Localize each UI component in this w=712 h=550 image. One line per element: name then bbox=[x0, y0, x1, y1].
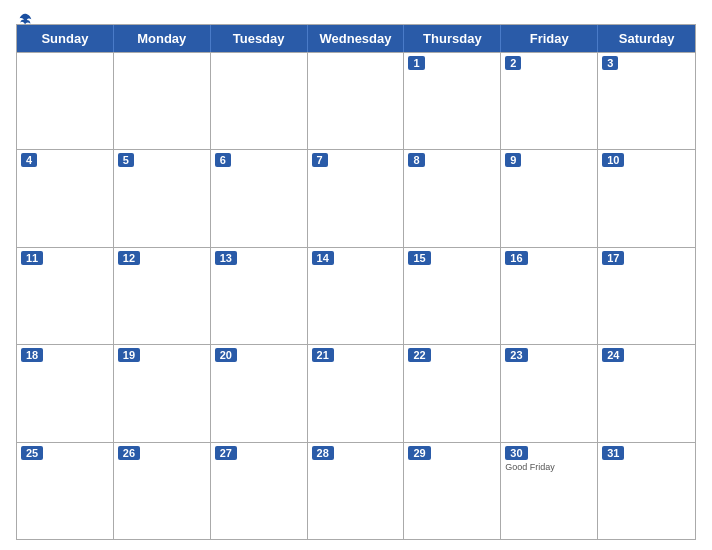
weekday-header-row: SundayMondayTuesdayWednesdayThursdayFrid… bbox=[17, 25, 695, 52]
day-number: 10 bbox=[602, 153, 624, 167]
calendar-cell bbox=[211, 53, 308, 149]
day-number: 28 bbox=[312, 446, 334, 460]
day-number: 4 bbox=[21, 153, 37, 167]
calendar-header bbox=[16, 10, 696, 18]
day-number: 25 bbox=[21, 446, 43, 460]
day-number: 12 bbox=[118, 251, 140, 265]
calendar-cell: 24 bbox=[598, 345, 695, 441]
calendar-cell: 27 bbox=[211, 443, 308, 539]
weekday-header-wednesday: Wednesday bbox=[308, 25, 405, 52]
calendar-week-5: 252627282930Good Friday31 bbox=[17, 442, 695, 539]
calendar-week-4: 18192021222324 bbox=[17, 344, 695, 441]
day-number: 14 bbox=[312, 251, 334, 265]
calendar-cell: 6 bbox=[211, 150, 308, 246]
calendar-cell: 7 bbox=[308, 150, 405, 246]
calendar-cell: 31 bbox=[598, 443, 695, 539]
calendar-cell bbox=[114, 53, 211, 149]
calendar-cell: 20 bbox=[211, 345, 308, 441]
calendar-cell: 4 bbox=[17, 150, 114, 246]
calendar-cell: 17 bbox=[598, 248, 695, 344]
day-number: 8 bbox=[408, 153, 424, 167]
day-number: 19 bbox=[118, 348, 140, 362]
day-number: 26 bbox=[118, 446, 140, 460]
day-number: 16 bbox=[505, 251, 527, 265]
calendar-cell: 28 bbox=[308, 443, 405, 539]
day-number: 1 bbox=[408, 56, 424, 70]
day-number: 9 bbox=[505, 153, 521, 167]
calendar-cell bbox=[17, 53, 114, 149]
calendar-cell: 23 bbox=[501, 345, 598, 441]
calendar-cell: 15 bbox=[404, 248, 501, 344]
day-event: Good Friday bbox=[505, 462, 593, 472]
calendar-cell: 9 bbox=[501, 150, 598, 246]
calendar-cell: 11 bbox=[17, 248, 114, 344]
calendar-cell: 19 bbox=[114, 345, 211, 441]
calendar-cell: 8 bbox=[404, 150, 501, 246]
calendar-cell: 30Good Friday bbox=[501, 443, 598, 539]
day-number: 29 bbox=[408, 446, 430, 460]
calendar-cell: 29 bbox=[404, 443, 501, 539]
day-number: 6 bbox=[215, 153, 231, 167]
weekday-header-friday: Friday bbox=[501, 25, 598, 52]
calendar-week-3: 11121314151617 bbox=[17, 247, 695, 344]
day-number: 3 bbox=[602, 56, 618, 70]
day-number: 7 bbox=[312, 153, 328, 167]
day-number: 18 bbox=[21, 348, 43, 362]
calendar-page: SundayMondayTuesdayWednesdayThursdayFrid… bbox=[0, 0, 712, 550]
day-number: 31 bbox=[602, 446, 624, 460]
day-number: 2 bbox=[505, 56, 521, 70]
calendar-cell bbox=[308, 53, 405, 149]
calendar-cell: 21 bbox=[308, 345, 405, 441]
day-number: 15 bbox=[408, 251, 430, 265]
logo-bird-icon bbox=[16, 12, 34, 30]
day-number: 5 bbox=[118, 153, 134, 167]
day-number: 24 bbox=[602, 348, 624, 362]
calendar-week-2: 45678910 bbox=[17, 149, 695, 246]
calendar-body: 1234567891011121314151617181920212223242… bbox=[17, 52, 695, 539]
day-number: 21 bbox=[312, 348, 334, 362]
calendar-cell: 13 bbox=[211, 248, 308, 344]
day-number: 27 bbox=[215, 446, 237, 460]
calendar-week-1: 123 bbox=[17, 52, 695, 149]
calendar-cell: 14 bbox=[308, 248, 405, 344]
day-number: 11 bbox=[21, 251, 43, 265]
calendar-cell: 12 bbox=[114, 248, 211, 344]
weekday-header-monday: Monday bbox=[114, 25, 211, 52]
day-number: 30 bbox=[505, 446, 527, 460]
calendar-cell: 22 bbox=[404, 345, 501, 441]
calendar-cell: 25 bbox=[17, 443, 114, 539]
day-number: 22 bbox=[408, 348, 430, 362]
day-number: 13 bbox=[215, 251, 237, 265]
day-number: 23 bbox=[505, 348, 527, 362]
weekday-header-tuesday: Tuesday bbox=[211, 25, 308, 52]
calendar-cell: 18 bbox=[17, 345, 114, 441]
weekday-header-saturday: Saturday bbox=[598, 25, 695, 52]
calendar-cell: 10 bbox=[598, 150, 695, 246]
calendar-cell: 1 bbox=[404, 53, 501, 149]
weekday-header-thursday: Thursday bbox=[404, 25, 501, 52]
calendar-cell: 16 bbox=[501, 248, 598, 344]
calendar-cell: 5 bbox=[114, 150, 211, 246]
day-number: 17 bbox=[602, 251, 624, 265]
calendar-cell: 26 bbox=[114, 443, 211, 539]
day-number: 20 bbox=[215, 348, 237, 362]
calendar-grid: SundayMondayTuesdayWednesdayThursdayFrid… bbox=[16, 24, 696, 540]
calendar-cell: 2 bbox=[501, 53, 598, 149]
calendar-cell: 3 bbox=[598, 53, 695, 149]
